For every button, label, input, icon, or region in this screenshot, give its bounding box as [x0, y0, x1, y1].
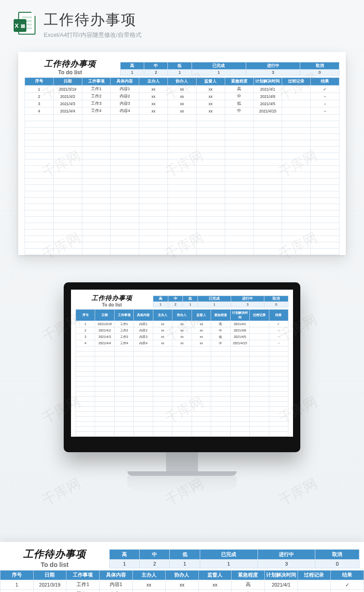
sheet-title-cn: 工作待办事项 — [76, 294, 148, 302]
table-cell: xx — [132, 590, 166, 592]
summary-value-cell: 1 — [183, 302, 198, 307]
table-cell: 2 — [76, 327, 95, 334]
table-cell: xx — [196, 107, 225, 115]
empty-row — [25, 128, 339, 134]
table-cell: 1 — [25, 86, 54, 93]
summary-value-cell: 1 — [121, 70, 144, 76]
table-cell: 2021/4/1 — [230, 321, 249, 327]
empty-row — [25, 153, 339, 159]
table-row: 22021/4/2工作2内容2xxxxxx中2021/4/8→ — [76, 327, 288, 334]
bottom-detail-crop: 工作待办事项 To do list 高中低已完成进行中取消 121130 序号日… — [0, 542, 364, 592]
table-cell: 2021/4/3 — [53, 100, 82, 107]
table-cell: 中 — [225, 93, 253, 100]
table-cell: 2021/3/19 — [33, 580, 66, 590]
table-cell: 2 — [0, 590, 34, 592]
table-cell: xx — [192, 321, 211, 327]
empty-row — [76, 412, 288, 417]
table-cell: 工作2 — [82, 93, 111, 100]
column-header: 监督人 — [198, 571, 232, 580]
table-cell: xx — [198, 580, 232, 590]
table-row: 32021/4/3工作3内容3xxxxxx低2021/4/5→ — [76, 334, 288, 340]
table-row: 22021/4/2工作2内容2xxxxxx中2021/4/8→ — [25, 93, 339, 100]
monitor-mockup: 工作待办事项 To do list 高中低已完成进行中取消 121130 序号日… — [0, 282, 364, 494]
sheet-title-cn: 工作待办事项 — [5, 547, 105, 561]
empty-row — [76, 377, 288, 382]
table-cell: 工作1 — [82, 86, 111, 93]
empty-row — [76, 387, 288, 392]
sheet-title-en: To do list — [76, 302, 148, 307]
table-cell: xx — [139, 93, 168, 100]
spreadsheet-preview: 工作待办事项 To do list 高中低已完成进行中取消 121130 序号日… — [18, 52, 346, 255]
column-header: 序号 — [25, 78, 54, 86]
empty-row — [25, 166, 339, 172]
summary-header-cell: 进行中 — [258, 550, 315, 560]
table-cell: 2021/4/2 — [95, 327, 114, 334]
table-cell — [298, 590, 331, 592]
table-cell: xx — [192, 327, 211, 334]
table-cell: → — [311, 107, 339, 115]
table-cell: 高 — [211, 321, 230, 327]
empty-row — [76, 392, 288, 397]
table-cell: xx — [168, 100, 197, 107]
summary-header-cell: 低 — [168, 62, 192, 70]
column-header: 日期 — [95, 310, 114, 321]
table-row: 42021/4/4工作4内容4xxxxxx中2021/4/15→ — [25, 107, 339, 115]
column-header: 主办人 — [139, 78, 168, 86]
table-cell: xx — [166, 590, 199, 592]
empty-row — [25, 249, 339, 255]
summary-header-cell: 高 — [153, 296, 168, 302]
column-header: 监督人 — [196, 78, 225, 86]
table-cell: xx — [192, 334, 211, 340]
empty-row — [25, 191, 339, 198]
page-subtitle: Excel/A4打印/内容随意修改/自带格式 — [44, 31, 142, 39]
main-table: 序号日期工作事项具体内容主办人协办人监督人紧急程度计划解决时间过程记录结果 12… — [0, 570, 364, 592]
table-cell: 2021/4/3 — [95, 334, 114, 340]
summary-table: 高中低已完成进行中取消 121130 — [120, 62, 339, 76]
empty-row — [25, 236, 339, 242]
column-header: 结果 — [311, 78, 339, 86]
main-header-row: 序号日期工作事项具体内容主办人协办人监督人紧急程度计划解决时间过程记录结果 — [0, 571, 364, 580]
summary-header-cell: 已完成 — [200, 550, 258, 560]
column-header: 计划解决时间 — [253, 78, 282, 86]
column-header: 过程记录 — [282, 78, 311, 86]
table-cell — [282, 93, 311, 100]
table-cell: xx — [196, 100, 225, 107]
table-cell: 内容4 — [111, 107, 139, 115]
excel-file-icon: X ≣ — [14, 12, 35, 37]
column-header: 紧急程度 — [225, 78, 253, 86]
table-cell: xx — [153, 321, 172, 327]
table-cell: 3 — [76, 334, 95, 340]
table-cell: 工作2 — [114, 327, 133, 334]
table-cell: 2021/4/1 — [265, 580, 298, 590]
table-cell: 高 — [232, 580, 265, 590]
table-cell: 内容3 — [111, 100, 139, 107]
summary-header-cell: 高 — [121, 62, 144, 70]
empty-row — [25, 204, 339, 210]
column-header: 具体内容 — [134, 310, 153, 321]
summary-header-cell: 中 — [168, 296, 183, 302]
table-cell: 4 — [25, 107, 54, 115]
table-row: 12021/3/19工作1内容1xxxxxx高2021/4/1✓ — [76, 321, 288, 327]
empty-row — [76, 402, 288, 407]
table-cell: xx — [198, 590, 232, 592]
table-cell: 2021/4/4 — [53, 107, 82, 115]
table-cell: 1 — [0, 580, 34, 590]
summary-value-cell: 0 — [315, 560, 359, 568]
table-cell: 2021/4/2 — [33, 590, 66, 592]
main-body: 12021/3/19工作1内容1xxxxxx高2021/4/1✓22021/4/… — [76, 321, 288, 437]
summary-header-cell: 中 — [140, 550, 170, 560]
empty-row — [25, 230, 339, 236]
table-cell: xx — [196, 93, 225, 100]
column-header: 紧急程度 — [211, 310, 230, 321]
empty-row — [25, 172, 339, 179]
table-cell — [250, 340, 269, 347]
table-cell: xx — [153, 334, 172, 340]
table-cell: 工作1 — [114, 321, 133, 327]
table-cell: 内容1 — [111, 86, 139, 93]
table-cell: ✓ — [311, 86, 339, 93]
summary-value-cell: 1 — [153, 302, 168, 307]
table-cell: 2021/4/5 — [230, 334, 249, 340]
empty-row — [76, 357, 288, 362]
table-row: 12021/3/19工作1内容1xxxxxx高2021/4/1✓ — [0, 580, 364, 590]
summary-table: 高中低已完成进行中取消 121130 — [109, 549, 359, 568]
